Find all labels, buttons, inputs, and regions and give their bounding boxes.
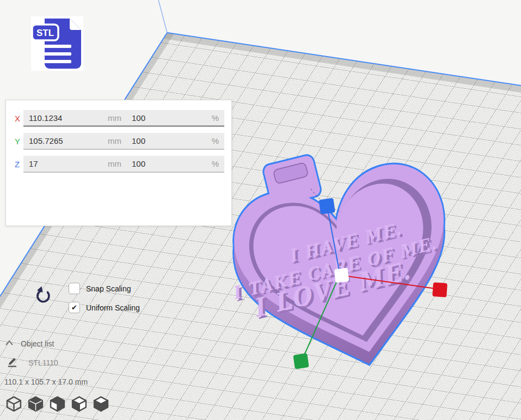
model-dimensions: 110.1 x 105.7 x 17.0 mm — [4, 378, 88, 386]
uniform-scaling-row: ✔ Uniform Scaling — [69, 302, 140, 313]
snap-scaling-row: Snap Scaling — [69, 283, 131, 294]
x-percent-field[interactable]: % — [126, 110, 224, 127]
x-percent-unit: % — [212, 113, 219, 123]
z-percent-input[interactable] — [132, 159, 197, 168]
uniform-scaling-label: Uniform Scaling — [86, 303, 140, 312]
gizmo-x-handle[interactable] — [432, 282, 448, 297]
z-size-input[interactable] — [29, 159, 94, 168]
gizmo-center-handle[interactable] — [334, 268, 349, 283]
x-size-input[interactable] — [29, 113, 94, 123]
z-size-unit: mm — [108, 159, 121, 168]
scale-tool-panel: X mm % Y mm % Z mm — [5, 100, 232, 226]
scale-row-y: Y mm % — [6, 133, 231, 150]
y-percent-unit: % — [212, 136, 219, 145]
scale-row-z: Z mm % — [6, 156, 231, 173]
z-size-field[interactable]: mm — [23, 156, 127, 173]
y-size-unit: mm — [108, 136, 121, 145]
y-size-input[interactable] — [29, 136, 94, 145]
view-front-icon[interactable] — [27, 395, 44, 412]
axis-label-x: X — [15, 114, 23, 123]
y-percent-input[interactable] — [132, 136, 197, 145]
camera-view-toolbar — [5, 395, 109, 412]
snap-scaling-label: Snap Scaling — [86, 284, 131, 293]
x-size-field[interactable]: mm — [23, 110, 127, 127]
snap-scaling-checkbox[interactable] — [69, 283, 80, 294]
checkmark: ✔ — [71, 303, 77, 312]
svg-text:STL: STL — [36, 28, 54, 38]
object-list-collapse-chevron[interactable] — [5, 339, 14, 346]
view-top-icon[interactable] — [49, 395, 66, 412]
scale-row-x: X mm % — [6, 110, 231, 127]
stl-file-badge: STL — [31, 16, 83, 71]
view-3d-icon[interactable] — [5, 395, 22, 412]
z-percent-field[interactable]: % — [126, 156, 224, 173]
view-left-icon[interactable] — [71, 395, 88, 412]
object-name[interactable]: STL1110 — [28, 358, 58, 367]
view-right-icon[interactable] — [93, 395, 109, 412]
z-percent-unit: % — [212, 159, 219, 168]
x-size-unit: mm — [108, 113, 121, 123]
gizmo-y-handle[interactable] — [293, 353, 309, 369]
model-scene: I HAVE ME. I TAKE CARE OF ME. I LOVE ME.… — [220, 147, 520, 403]
reset-rotate-icon — [34, 285, 53, 306]
y-size-field[interactable]: mm — [23, 133, 127, 150]
uniform-scaling-checkbox[interactable]: ✔ — [69, 302, 80, 313]
stl-file-icon: STL — [31, 16, 83, 71]
build-plate-border-band-left — [0, 33, 174, 420]
axis-label-z: Z — [15, 160, 23, 169]
viewport-3d[interactable]: I HAVE ME. I TAKE CARE OF ME. I LOVE ME.… — [0, 0, 521, 420]
reset-scale-button[interactable] — [34, 285, 53, 306]
edit-pencil-icon[interactable] — [7, 356, 17, 367]
axis-label-y: Y — [15, 137, 23, 146]
gizmo-z-handle[interactable] — [318, 198, 335, 214]
object-list-label[interactable]: Object list — [21, 339, 54, 348]
x-percent-input[interactable] — [132, 113, 197, 123]
y-percent-field[interactable]: % — [126, 133, 224, 150]
folded-corner — [70, 19, 81, 30]
